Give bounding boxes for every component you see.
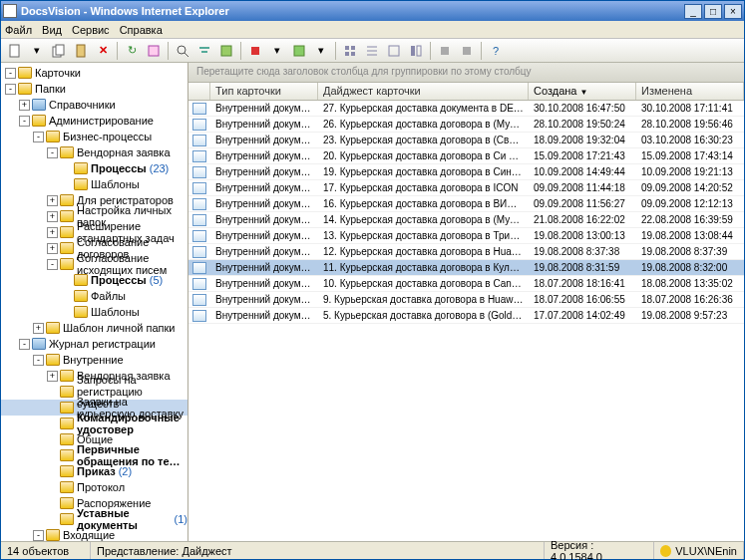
group-header[interactable]: Перетащите сюда заголовок столбца для гр…: [188, 63, 744, 83]
view-preview-button[interactable]: [406, 41, 426, 61]
table-row[interactable]: Внутренний документ14. Курьерская достав…: [188, 212, 744, 228]
collapse-icon[interactable]: -: [47, 259, 58, 270]
view-list-button[interactable]: [340, 41, 360, 61]
folder-icon: [60, 242, 74, 254]
collapse-icon[interactable]: -: [5, 68, 16, 79]
menu-view[interactable]: Вид: [42, 24, 62, 36]
refresh-button[interactable]: ↻: [122, 41, 142, 61]
collapse-icon[interactable]: -: [19, 339, 30, 350]
tree-node[interactable]: Файлы: [1, 288, 187, 304]
table-row[interactable]: Внутренний документ19. Курьерская достав…: [188, 164, 744, 180]
table-row[interactable]: Внутренний документ26. Курьерская достав…: [188, 117, 744, 133]
minimize-button[interactable]: _: [684, 4, 702, 19]
expand-icon[interactable]: +: [47, 227, 58, 238]
tree-node[interactable]: -Администрирование: [1, 113, 187, 129]
collapse-icon[interactable]: -: [33, 355, 44, 366]
tree-node[interactable]: Шаблоны: [1, 304, 187, 320]
tree-label: Шаблоны: [91, 306, 140, 318]
tree-label: Уставные документы: [77, 507, 172, 531]
expand-icon[interactable]: +: [19, 100, 30, 111]
tree-node[interactable]: Командировочные удостовер: [1, 416, 187, 431]
tree-node[interactable]: -Бизнес-процессы: [1, 129, 187, 144]
paste-button[interactable]: [71, 41, 91, 61]
expand-icon[interactable]: +: [33, 323, 44, 334]
tree-spacer: [61, 163, 72, 174]
maximize-button[interactable]: □: [704, 4, 722, 19]
expand-icon[interactable]: +: [47, 371, 58, 382]
stop-button[interactable]: [245, 41, 265, 61]
tree-node[interactable]: -Внутренние: [1, 352, 187, 368]
table-row[interactable]: Внутренний документ9. Курьерская доставк…: [188, 292, 744, 308]
tree-node[interactable]: Процессы(5): [1, 272, 187, 288]
menu-file[interactable]: Файл: [5, 24, 32, 36]
delete-button[interactable]: ✕: [93, 41, 113, 61]
tree-node[interactable]: -Согласование исходящих писем: [1, 256, 187, 272]
close-button[interactable]: ×: [724, 4, 742, 19]
nav-fwd-button[interactable]: [457, 41, 477, 61]
table-row[interactable]: Внутренний документ27. Курьерская достав…: [188, 101, 744, 117]
tree-node[interactable]: Процессы(23): [1, 160, 187, 176]
cell: 13. Курьерская доставка договора в Триад…: [318, 230, 529, 241]
table-row[interactable]: Внутренний документ12. Курьерская достав…: [188, 244, 744, 260]
table-row[interactable]: Внутренний документ16. Курьерская достав…: [188, 196, 744, 212]
svg-rect-19: [389, 46, 399, 56]
cell: Внутренний документ: [210, 310, 318, 321]
new-folder-button[interactable]: ▾: [27, 41, 47, 61]
view-detail-button[interactable]: [362, 41, 382, 61]
folder-icon: [60, 513, 74, 525]
new-doc-button[interactable]: [5, 41, 25, 61]
tree-node[interactable]: Первичные обращения по те…: [1, 447, 187, 463]
tree-label: Протокол: [77, 481, 125, 493]
menu-help[interactable]: Справка: [120, 24, 163, 36]
collapse-icon[interactable]: -: [47, 147, 58, 158]
table-row[interactable]: Внутренний документ23. Курьерская достав…: [188, 133, 744, 148]
tree-node[interactable]: Шаблоны: [1, 176, 187, 192]
menu-service[interactable]: Сервис: [72, 24, 110, 36]
table-row[interactable]: Внутренний документ11. Курьерская достав…: [188, 260, 744, 276]
view-card-button[interactable]: [384, 41, 404, 61]
col-type[interactable]: Тип карточки: [210, 83, 318, 100]
expand-icon[interactable]: +: [47, 195, 58, 206]
expand-icon[interactable]: +: [47, 243, 58, 254]
grid-body[interactable]: Внутренний документ27. Курьерская достав…: [188, 101, 744, 541]
tree-count: (5): [150, 274, 163, 286]
col-icon[interactable]: [188, 83, 210, 100]
col-created[interactable]: Создана ▼: [529, 83, 636, 100]
cell: Внутренний документ: [210, 230, 318, 241]
table-row[interactable]: Внутренний документ10. Курьерская достав…: [188, 276, 744, 292]
tree-node[interactable]: -Карточки: [1, 65, 187, 81]
svg-rect-7: [199, 47, 209, 49]
col-changed[interactable]: Изменена: [636, 83, 744, 100]
collapse-icon[interactable]: -: [33, 132, 44, 142]
tree-node[interactable]: Протокол: [1, 479, 187, 495]
table-row[interactable]: Внутренний документ13. Курьерская достав…: [188, 228, 744, 244]
tree-node[interactable]: -Вендорная заявка: [1, 144, 187, 160]
tree-panel[interactable]: -Карточки-Папки+Справочники-Администриро…: [1, 63, 188, 541]
folder-icon: [60, 497, 74, 509]
col-digest[interactable]: Дайджест карточки: [318, 83, 529, 100]
props-button[interactable]: [144, 41, 164, 61]
expand-icon[interactable]: +: [47, 211, 58, 222]
tree-node[interactable]: +Шаблон личной папки: [1, 320, 187, 336]
tree-node[interactable]: +Справочники: [1, 97, 187, 113]
nav-back-button[interactable]: [435, 41, 455, 61]
settings-dropdown[interactable]: ▾: [311, 41, 331, 61]
copy-button[interactable]: [49, 41, 69, 61]
export-button[interactable]: [216, 41, 236, 61]
stop-dropdown[interactable]: ▾: [267, 41, 287, 61]
table-row[interactable]: Внутренний документ17. Курьерская достав…: [188, 180, 744, 196]
cell: Внутренний документ: [210, 262, 318, 273]
tree-node[interactable]: Уставные документы(1): [1, 511, 187, 527]
settings-button[interactable]: [289, 41, 309, 61]
tree-node[interactable]: -Папки: [1, 81, 187, 97]
table-row[interactable]: Внутренний документ20. Курьерская достав…: [188, 148, 744, 164]
filter-button[interactable]: [194, 41, 214, 61]
table-row[interactable]: Внутренний документ5. Курьерская доставк…: [188, 308, 744, 324]
search-button[interactable]: [173, 41, 192, 61]
cell: 21.08.2008 16:22:02: [529, 214, 636, 225]
collapse-icon[interactable]: -: [19, 116, 30, 127]
tree-node[interactable]: -Журнал регистрации: [1, 336, 187, 352]
collapse-icon[interactable]: -: [33, 530, 44, 541]
collapse-icon[interactable]: -: [5, 84, 16, 95]
help-button[interactable]: ?: [486, 41, 506, 61]
